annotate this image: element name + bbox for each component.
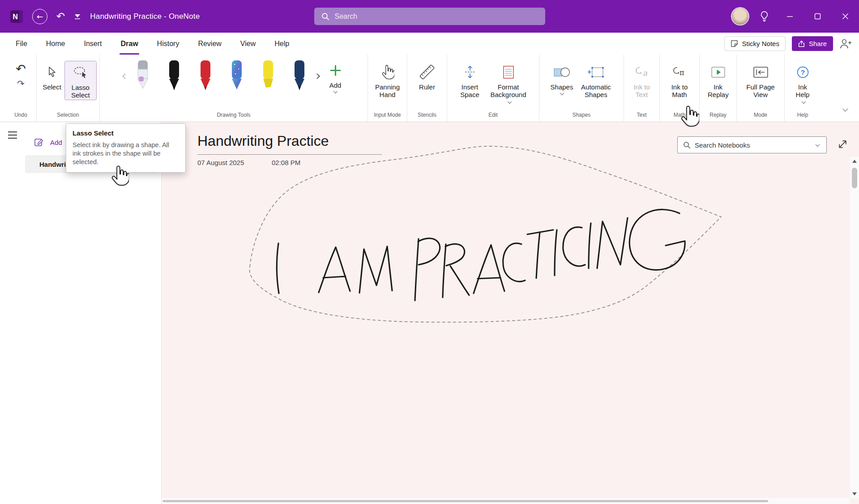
- ink-help-button[interactable]: ? Ink Help: [790, 61, 815, 107]
- shapes-icon: [553, 65, 570, 79]
- add-page-button[interactable]: Add: [34, 137, 62, 147]
- add-chevron-icon: [333, 89, 338, 93]
- select-button[interactable]: Select: [39, 61, 64, 92]
- titlebar-search-box[interactable]: [314, 8, 545, 25]
- pen-black[interactable]: [164, 59, 184, 94]
- ink-replay-button[interactable]: Ink Replay: [705, 61, 731, 99]
- scroll-down-arrow[interactable]: [852, 492, 857, 496]
- tab-history-label: History: [157, 40, 179, 48]
- vertical-scrollbar-thumb[interactable]: [852, 168, 857, 188]
- group-label-selection: Selection: [37, 112, 99, 118]
- back-button[interactable]: ←: [32, 9, 47, 24]
- full-page-view-label: Full Page View: [746, 83, 774, 98]
- full-page-view-button[interactable]: Full Page View: [742, 61, 779, 99]
- select-cursor-icon: [47, 66, 57, 78]
- search-input[interactable]: [335, 13, 538, 21]
- horizontal-scrollbar[interactable]: [162, 498, 850, 504]
- format-background-icon: [502, 65, 515, 80]
- page-title[interactable]: Handwriting Practice: [197, 133, 329, 149]
- notebook-search-chevron-icon[interactable]: [816, 142, 820, 147]
- pen-eraser[interactable]: [133, 59, 153, 94]
- lasso-select-icon: [73, 66, 88, 79]
- group-label-drawing-tools: Drawing Tools: [100, 112, 368, 118]
- shapes-button[interactable]: Shapes: [547, 61, 577, 96]
- add-page-label: Add: [50, 139, 62, 146]
- ribbon-group-shapes: Shapes Automatic Shapes: [539, 55, 624, 122]
- lightbulb-icon[interactable]: [759, 11, 769, 22]
- ribbon-tabs: File Home Insert Draw History Review Vie…: [0, 33, 299, 55]
- note-canvas[interactable]: Handwriting Practice 07 August 2025 02:0…: [162, 122, 859, 504]
- group-label-stencils: Stencils: [407, 112, 447, 118]
- pen-highlighter-yellow[interactable]: [258, 59, 278, 94]
- share-button[interactable]: Share: [792, 36, 833, 51]
- redo-icon[interactable]: ↷: [17, 79, 25, 88]
- pen-dark-blue[interactable]: [290, 59, 309, 94]
- svg-text:?: ?: [800, 68, 804, 76]
- ribbon-group-undo: ↶ ↷ Undo: [5, 55, 37, 122]
- notebook-search-input[interactable]: [695, 141, 810, 149]
- tab-home[interactable]: Home: [37, 33, 75, 55]
- group-label-replay: Replay: [700, 112, 736, 118]
- onenote-logo-icon: N: [10, 10, 23, 23]
- black-pen-icon: [164, 59, 184, 92]
- tab-draw[interactable]: Draw: [111, 33, 147, 55]
- ink-to-math-label: Ink to Math: [671, 83, 688, 98]
- yellow-highlighter-icon: [258, 59, 278, 92]
- ribbon-group-selection: Select Lasso Select Selection: [37, 55, 100, 122]
- panning-hand-label: Panning Hand: [375, 83, 400, 98]
- scroll-up-arrow[interactable]: [852, 160, 857, 163]
- search-icon: [321, 13, 329, 21]
- tab-history[interactable]: History: [148, 33, 189, 55]
- tab-insert[interactable]: Insert: [74, 33, 111, 55]
- pen-scroll-left-icon[interactable]: [122, 73, 128, 79]
- horizontal-scrollbar-thumb[interactable]: [162, 500, 768, 502]
- group-label-input-mode: Input Mode: [368, 112, 407, 118]
- tab-review[interactable]: Review: [188, 33, 231, 55]
- insert-space-button[interactable]: Insert Space: [455, 61, 485, 99]
- avatar[interactable]: [732, 8, 748, 25]
- lasso-select-button[interactable]: Lasso Select: [64, 61, 97, 100]
- ink-help-chevron-icon: [802, 99, 806, 104]
- titlebar: N ← ↶ Handwriting Practice - OneNote: [0, 0, 859, 33]
- format-background-button[interactable]: Format Background: [485, 61, 532, 107]
- automatic-shapes-button[interactable]: Automatic Shapes: [576, 61, 615, 99]
- sticky-notes-button[interactable]: Sticky Notes: [724, 36, 786, 51]
- contacts-icon[interactable]: [839, 38, 852, 50]
- add-page-icon: [34, 137, 44, 147]
- hamburger-menu-icon[interactable]: [7, 130, 18, 140]
- add-pen-button[interactable]: Add: [326, 59, 345, 94]
- undo-icon[interactable]: ↶: [16, 63, 26, 75]
- hand-cursor-tooltip: [110, 165, 129, 186]
- notebook-search-icon: [683, 141, 691, 149]
- panning-hand-button[interactable]: Panning Hand: [371, 61, 405, 99]
- tab-view[interactable]: View: [231, 33, 265, 55]
- minimize-button[interactable]: [776, 0, 803, 33]
- tab-draw-label: Draw: [120, 40, 138, 48]
- pen-red[interactable]: [196, 59, 215, 94]
- ribbon-group-input-mode: Panning Hand Input Mode: [368, 55, 407, 122]
- eraser-icon: [133, 59, 153, 92]
- ribbon-group-replay: Ink Replay Replay: [700, 55, 737, 122]
- expand-pane-icon[interactable]: [837, 138, 849, 150]
- onenote-window: N ← ↶ Handwriting Practice - OneNote: [0, 0, 859, 504]
- automatic-shapes-icon: [587, 65, 604, 79]
- tooltip-title: Lasso Select: [73, 129, 179, 137]
- full-page-view-icon: [752, 65, 769, 79]
- pen-scroll-right-icon[interactable]: [314, 73, 320, 79]
- ruler-button[interactable]: Ruler: [416, 61, 438, 92]
- notebook-search-box[interactable]: [677, 136, 827, 153]
- sticky-note-icon: [731, 40, 738, 47]
- vertical-scrollbar[interactable]: [850, 157, 859, 498]
- pen-dropdown-icon[interactable]: [74, 13, 81, 20]
- maximize-button[interactable]: [803, 0, 831, 33]
- tab-home-label: Home: [46, 40, 65, 48]
- titlebar-undo-icon[interactable]: ↶: [56, 11, 65, 21]
- pen-galaxy[interactable]: [227, 59, 247, 94]
- tab-help[interactable]: Help: [265, 33, 299, 55]
- tab-file[interactable]: File: [6, 33, 37, 55]
- sticky-notes-label: Sticky Notes: [742, 40, 779, 47]
- ink-to-math-button[interactable]: π Ink to Math: [666, 61, 693, 99]
- svg-text:a: a: [643, 68, 648, 77]
- collapse-ribbon-chevron-icon[interactable]: [842, 106, 848, 112]
- close-button[interactable]: [831, 0, 859, 33]
